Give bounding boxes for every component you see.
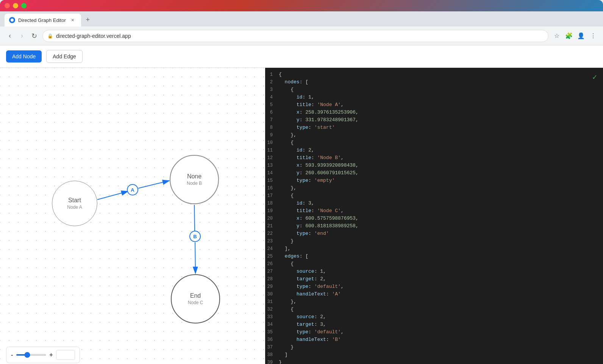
tab-close-button[interactable]: × [69,16,77,24]
svg-line-4 [194,205,195,232]
code-line: 11 id: 2, [265,147,603,154]
code-line: 38 ] [265,351,603,359]
profile-button[interactable]: 👤 [576,31,586,41]
code-line: 33 source: 2, [265,313,603,321]
code-line: 27 source: 1, [265,268,603,275]
tab-bar: Directed Graph Editor × + [0,11,603,27]
svg-line-5 [195,242,195,273]
minimize-button[interactable] [13,3,18,8]
graph-canvas[interactable]: Start Node A None Node B [0,68,265,364]
nav-buttons: ‹ › ↻ [5,31,39,41]
code-line: 34 target: 3, [265,321,603,328]
lock-icon: 🔒 [47,33,53,39]
code-panel: ✓ 1{2 nodes: [3 {4 id: 1,5 title: 'Node … [265,68,603,364]
node-b-circle: None Node B [170,155,219,204]
node-a-subtitle: Node A [67,205,82,210]
address-bar[interactable]: 🔒 directed-graph-editor.vercel.app [42,30,548,42]
code-line: 26 { [265,260,603,268]
extensions-button[interactable]: 🧩 [564,31,574,41]
handle-a[interactable]: A [127,184,138,195]
code-line: 22 type: 'end' [265,230,603,237]
window-buttons [5,3,27,8]
code-line: 2 nodes: [ [265,78,603,86]
code-line: 30 handleText: 'A' [265,291,603,298]
code-line: 25 edges: [ [265,253,603,260]
node-a[interactable]: Start Node A [52,181,97,226]
app-content: Add Node Add Edge [0,45,603,364]
code-line: 17 { [265,192,603,200]
code-line: 31 }, [265,298,603,306]
node-a-title: Start [68,197,81,204]
code-line: 29 type: 'default', [265,283,603,291]
app-container: Add Node Add Edge [0,45,603,364]
browser-actions: ☆ 🧩 👤 ⋮ [551,31,598,41]
code-line: 28 target: 2, [265,275,603,283]
browser-tab[interactable]: Directed Graph Editor × [5,14,81,27]
node-c[interactable]: End Node C [171,274,220,323]
code-line: 13 x: 593.9393920898438, [265,162,603,169]
zoom-controls: - + [6,347,80,363]
svg-line-3 [138,181,169,188]
code-line: 12 title: 'Node B', [265,154,603,162]
add-edge-button[interactable]: Add Edge [46,50,83,63]
code-line: 5 title: 'Node A', [265,101,603,109]
forward-button[interactable]: › [17,31,27,41]
code-line: 9 }, [265,131,603,139]
code-line: 3 { [265,86,603,94]
node-c-circle: End Node C [171,274,220,323]
code-line: 23 } [265,237,603,245]
handle-b[interactable]: B [189,231,201,242]
app-toolbar: Add Node Add Edge [0,45,603,68]
code-line: 6 x: 258.3976135253906, [265,109,603,116]
code-line: 8 type: 'start' [265,124,603,131]
bookmark-button[interactable]: ☆ [551,31,562,41]
new-tab-button[interactable]: + [83,14,93,25]
code-line: 18 id: 3, [265,200,603,207]
node-b-subtitle: Node B [187,181,202,186]
zoom-input[interactable] [56,350,75,360]
node-b[interactable]: None Node B [170,155,219,204]
code-line: 32 { [265,306,603,313]
node-a-circle: Start Node A [52,181,97,226]
add-node-button[interactable]: Add Node [6,50,42,62]
zoom-plus-button[interactable]: + [49,352,53,358]
svg-line-2 [97,191,128,200]
back-button[interactable]: ‹ [5,31,15,41]
browser-nav: ‹ › ↻ 🔒 directed-graph-editor.vercel.app… [0,27,603,45]
code-line: 19 title: 'Node C', [265,207,603,215]
node-c-title: End [190,292,201,299]
code-line: 16 }, [265,184,603,192]
code-line: 1{ [265,71,603,78]
zoom-slider[interactable] [16,354,46,356]
code-line: 35 type: 'default', [265,328,603,336]
menu-button[interactable]: ⋮ [588,31,598,41]
code-line: 10 { [265,139,603,147]
close-button[interactable] [5,3,10,8]
os-chrome [0,0,603,11]
code-line: 14 y: 260.6060791015625, [265,169,603,177]
code-line: 21 y: 600.8181838989258, [265,222,603,230]
svg-point-0 [11,19,14,22]
node-c-subtitle: Node C [188,300,203,305]
reload-button[interactable]: ↻ [29,31,39,41]
code-line: 24 ], [265,245,603,253]
edges-svg [0,68,265,364]
node-b-title: None [187,173,202,180]
code-line: 39} [265,359,603,364]
code-line: 7 y: 331.9783248901367, [265,116,603,124]
code-line: 36 handleText: 'B' [265,336,603,344]
code-line: 15 type: 'empty' [265,177,603,184]
zoom-minus-button[interactable]: - [11,352,13,358]
code-line: 20 x: 600.5757598876953, [265,215,603,222]
maximize-button[interactable] [21,3,27,8]
graph-panel: Start Node A None Node B [0,68,265,364]
url-text: directed-graph-editor.vercel.app [56,33,131,39]
code-editor[interactable]: 1{2 nodes: [3 {4 id: 1,5 title: 'Node A'… [265,68,603,364]
tab-favicon [9,17,15,23]
code-line: 37 } [265,344,603,351]
tab-title: Directed Graph Editor [18,17,66,23]
check-icon: ✓ [592,72,597,82]
code-line: 4 id: 1, [265,94,603,101]
